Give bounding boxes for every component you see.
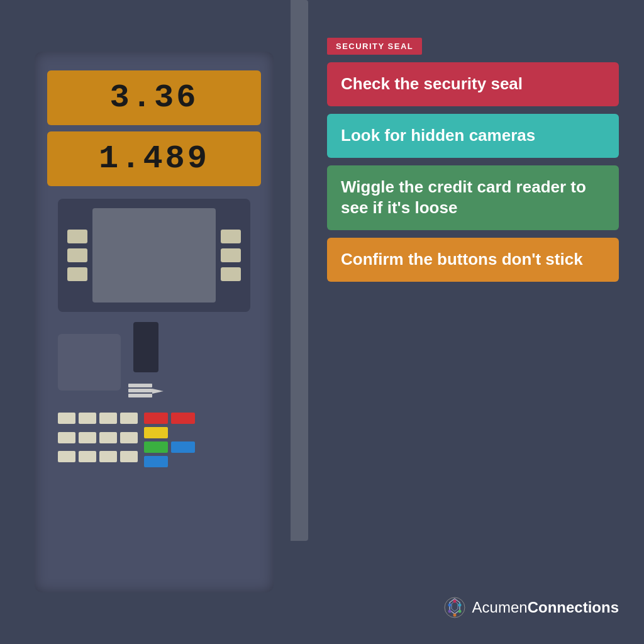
card-insert-icon [127, 377, 165, 402]
svg-rect-2 [128, 394, 152, 397]
display-container: 3.36 1.489 [47, 70, 261, 186]
card-reader-area [58, 199, 250, 312]
keypad-colored [144, 413, 195, 467]
screen-row [67, 208, 241, 303]
right-buttons [221, 230, 241, 281]
atm-machine: 3.36 1.489 [35, 52, 274, 592]
divider-strip [291, 0, 308, 541]
left-buttons [67, 230, 87, 281]
svg-point-8 [458, 604, 461, 607]
display-screen-1: 3.36 [47, 70, 261, 125]
info-card-hidden-cameras: Look for hidden cameras [327, 114, 619, 158]
payment-slot [58, 334, 121, 391]
info-card-buttons-stick: Confirm the buttons don't stick [327, 238, 619, 282]
info-card-text-3: Wiggle the credit card reader to see if … [341, 177, 586, 218]
key-blue-1[interactable] [171, 441, 195, 453]
page-container: 3.36 1.489 [0, 0, 644, 644]
info-card-text-2: Look for hidden cameras [341, 126, 535, 145]
key-red-2[interactable] [171, 413, 195, 424]
svg-point-11 [448, 610, 451, 613]
display-value-1: 3.36 [110, 79, 199, 116]
key-red-1[interactable] [144, 413, 168, 424]
key-green[interactable] [144, 441, 168, 453]
svg-rect-1 [128, 389, 152, 392]
acumen-logo-icon [443, 596, 466, 619]
side-btn-left-2[interactable] [67, 248, 87, 262]
side-btn-right-2[interactable] [221, 248, 241, 262]
svg-rect-0 [128, 384, 152, 387]
display-screen-2: 1.489 [47, 131, 261, 186]
info-card-text-4: Confirm the buttons don't stick [341, 250, 583, 269]
side-btn-right-3[interactable] [221, 267, 241, 281]
key-11[interactable] [99, 451, 117, 462]
display-value-2: 1.489 [99, 140, 209, 177]
info-section: SECURITY SEAL Check the security seal Lo… [308, 0, 644, 644]
logo-area: AcumenConnections [443, 596, 619, 619]
key-yellow[interactable] [144, 427, 168, 438]
atm-screen [92, 208, 216, 303]
side-btn-left-3[interactable] [67, 267, 87, 281]
svg-marker-3 [152, 389, 164, 394]
logo-connections: Connections [528, 599, 619, 616]
keypad-area [58, 413, 250, 467]
svg-point-9 [458, 610, 461, 613]
info-card-check-security: Check the security seal [327, 62, 619, 106]
svg-point-12 [448, 604, 451, 607]
key-5[interactable] [58, 432, 75, 443]
key-blue-2[interactable] [144, 456, 168, 467]
key-6[interactable] [79, 432, 96, 443]
card-slot[interactable] [133, 322, 158, 372]
info-card-text-1: Check the security seal [341, 74, 523, 93]
card-slot-area [127, 322, 165, 402]
svg-point-10 [453, 614, 456, 617]
logo-text: AcumenConnections [472, 599, 619, 616]
key-2[interactable] [79, 413, 96, 424]
logo-acumen: Acumen [472, 599, 528, 616]
keypad-white [58, 413, 138, 467]
key-10[interactable] [79, 451, 96, 462]
info-cards: Check the security seal Look for hidden … [327, 62, 619, 282]
svg-point-7 [453, 600, 456, 603]
side-btn-left-1[interactable] [67, 230, 87, 243]
security-tag-label: SECURITY SEAL [336, 42, 413, 51]
side-btn-right-1[interactable] [221, 230, 241, 243]
key-9[interactable] [58, 451, 75, 462]
key-12[interactable] [120, 451, 138, 462]
key-3[interactable] [99, 413, 117, 424]
info-card-wiggle-reader: Wiggle the credit card reader to see if … [327, 165, 619, 231]
key-1[interactable] [58, 413, 75, 424]
key-8[interactable] [120, 432, 138, 443]
security-seal-tag: SECURITY SEAL [327, 38, 422, 55]
payment-row [58, 322, 250, 402]
key-4[interactable] [120, 413, 138, 424]
key-7[interactable] [99, 432, 117, 443]
atm-section: 3.36 1.489 [0, 0, 308, 644]
